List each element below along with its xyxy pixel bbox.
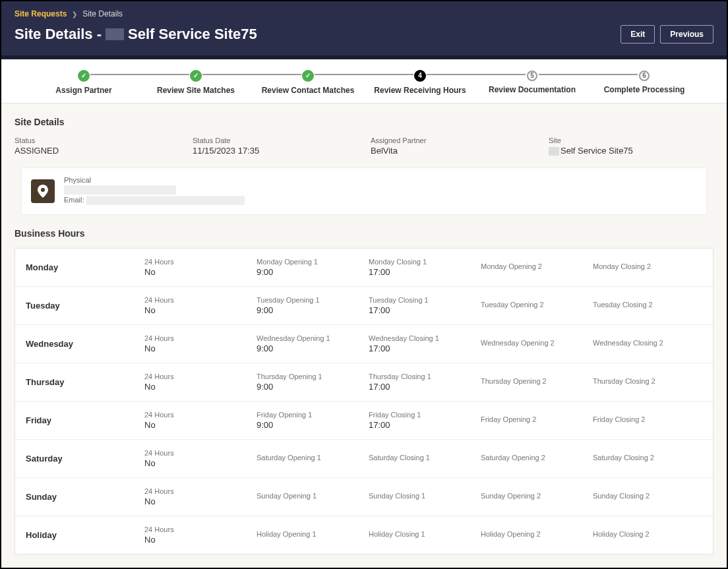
cell-closing-1: Saturday Closing 1 bbox=[369, 454, 481, 463]
hours-row: Wednesday24 HoursNoWednesday Opening 19:… bbox=[15, 325, 713, 363]
status-field: Status ASSIGNED bbox=[15, 136, 179, 156]
business-hours-table: Monday24 HoursNoMonday Opening 19:00Mond… bbox=[15, 248, 713, 554]
contact-info: Physical Email: bbox=[64, 176, 245, 206]
chevron-right-icon: ❯ bbox=[72, 11, 77, 18]
step-review-site-matches[interactable]: ✓ Review Site Matches bbox=[140, 69, 252, 95]
content-area: Site Details Status ASSIGNED Status Date… bbox=[1, 104, 727, 570]
hours-row: Saturday24 HoursNoSaturday Opening 1Satu… bbox=[15, 440, 713, 478]
map-pin-icon bbox=[31, 179, 55, 203]
progress-wizard: ✓ Assign Partner ✓ Review Site Matches ✓… bbox=[1, 59, 727, 104]
redacted-physical-value bbox=[64, 185, 176, 195]
cell-closing-2: Friday Closing 2 bbox=[593, 415, 702, 425]
breadcrumb: Site Requests ❯ Site Details bbox=[15, 9, 713, 18]
cell-closing-2: Monday Closing 2 bbox=[593, 262, 702, 272]
cell-closing-1: Tuesday Closing 117:00 bbox=[369, 296, 481, 315]
cell-closing-2: Saturday Closing 2 bbox=[593, 454, 702, 463]
day-name: Tuesday bbox=[26, 301, 144, 311]
step-assign-partner[interactable]: ✓ Assign Partner bbox=[28, 69, 140, 95]
day-name: Wednesday bbox=[26, 339, 144, 349]
cell-24hours: 24 HoursNo bbox=[144, 411, 257, 430]
cell-opening-1: Saturday Opening 1 bbox=[257, 454, 369, 463]
physical-label: Physical bbox=[64, 176, 91, 184]
step-review-documentation[interactable]: 5 Review Documentation bbox=[476, 69, 588, 94]
exit-button[interactable]: Exit bbox=[621, 25, 655, 44]
cell-opening-2: Monday Opening 2 bbox=[481, 262, 593, 272]
day-name: Friday bbox=[26, 415, 144, 425]
redacted-site-prefix bbox=[549, 147, 559, 156]
page-header: Site Requests ❯ Site Details Site Detail… bbox=[1, 1, 727, 59]
business-hours-heading: Business Hours bbox=[15, 228, 713, 239]
cell-opening-1: Tuesday Opening 19:00 bbox=[257, 296, 369, 315]
cell-closing-2: Tuesday Closing 2 bbox=[593, 301, 702, 310]
step-review-contact-matches[interactable]: ✓ Review Contact Matches bbox=[252, 69, 364, 95]
header-actions: Exit Previous bbox=[621, 25, 713, 44]
hours-row: Friday24 HoursNoFriday Opening 19:00Frid… bbox=[15, 402, 713, 440]
site-field: Site Self Service Site75 bbox=[549, 136, 713, 156]
title-suffix: Self Service Site75 bbox=[128, 26, 257, 43]
hours-row: Tuesday24 HoursNoTuesday Opening 19:00Tu… bbox=[15, 287, 713, 325]
step-review-receiving-hours[interactable]: 4 Review Receiving Hours bbox=[364, 69, 476, 95]
redacted-email-value bbox=[86, 196, 245, 205]
site-details-heading: Site Details bbox=[15, 117, 713, 127]
cell-opening-1: Holiday Opening 1 bbox=[257, 530, 369, 539]
cell-opening-2: Wednesday Opening 2 bbox=[481, 339, 593, 348]
cell-opening-2: Friday Opening 2 bbox=[481, 415, 593, 425]
cell-closing-1: Monday Closing 117:00 bbox=[369, 258, 481, 277]
day-name: Holiday bbox=[26, 530, 144, 540]
hours-row: Thursday24 HoursNoThursday Opening 19:00… bbox=[15, 363, 713, 402]
cell-24hours: 24 HoursNo bbox=[144, 296, 257, 315]
cell-24hours: 24 HoursNo bbox=[144, 449, 257, 468]
title-prefix: Site Details - bbox=[15, 26, 102, 43]
cell-opening-1: Monday Opening 19:00 bbox=[257, 258, 369, 277]
cell-24hours: 24 HoursNo bbox=[144, 373, 257, 392]
cell-closing-1: Sunday Closing 1 bbox=[369, 492, 481, 501]
day-name: Sunday bbox=[26, 492, 144, 502]
cell-closing-1: Friday Closing 117:00 bbox=[369, 411, 481, 430]
cell-opening-1: Friday Opening 19:00 bbox=[257, 411, 369, 430]
previous-button[interactable]: Previous bbox=[660, 25, 713, 44]
hours-row: Holiday24 HoursNoHoliday Opening 1Holida… bbox=[15, 516, 713, 554]
breadcrumb-root[interactable]: Site Requests bbox=[15, 9, 67, 18]
status-date-field: Status Date 11/15/2023 17:35 bbox=[193, 136, 357, 156]
redacted-title-segment bbox=[106, 28, 124, 40]
site-details-grid: Status ASSIGNED Status Date 11/15/2023 1… bbox=[15, 136, 713, 156]
check-icon: ✓ bbox=[78, 70, 90, 82]
assigned-partner-field: Assigned Partner BelVita bbox=[371, 136, 535, 156]
cell-closing-2: Thursday Closing 2 bbox=[593, 377, 702, 386]
pending-step-icon: 6 bbox=[639, 71, 650, 81]
cell-24hours: 24 HoursNo bbox=[144, 525, 257, 545]
day-name: Thursday bbox=[26, 377, 144, 387]
cell-opening-1: Sunday Opening 1 bbox=[257, 492, 369, 501]
contact-card: Physical Email: bbox=[21, 167, 707, 215]
cell-opening-1: Thursday Opening 19:00 bbox=[257, 373, 369, 392]
cell-closing-1: Wednesday Closing 117:00 bbox=[369, 334, 481, 353]
cell-opening-2: Thursday Opening 2 bbox=[481, 377, 593, 386]
day-name: Saturday bbox=[26, 454, 144, 464]
cell-closing-2: Sunday Closing 2 bbox=[593, 492, 702, 501]
cell-closing-1: Thursday Closing 117:00 bbox=[369, 373, 481, 392]
page-title: Site Details - Self Service Site75 bbox=[15, 26, 257, 43]
current-step-icon: 4 bbox=[414, 70, 426, 82]
breadcrumb-current: Site Details bbox=[82, 9, 123, 18]
check-icon: ✓ bbox=[190, 70, 202, 82]
cell-closing-2: Wednesday Closing 2 bbox=[593, 339, 702, 348]
cell-opening-2: Saturday Opening 2 bbox=[481, 454, 593, 463]
cell-opening-1: Wednesday Opening 19:00 bbox=[257, 334, 369, 353]
cell-closing-2: Holiday Closing 2 bbox=[593, 530, 702, 539]
hours-row: Sunday24 HoursNoSunday Opening 1Sunday C… bbox=[15, 478, 713, 516]
pending-step-icon: 5 bbox=[527, 71, 537, 81]
day-name: Monday bbox=[26, 262, 144, 272]
email-label: Email: bbox=[64, 196, 84, 204]
cell-opening-2: Sunday Opening 2 bbox=[481, 492, 593, 501]
cell-opening-2: Tuesday Opening 2 bbox=[481, 301, 593, 310]
check-icon: ✓ bbox=[302, 70, 314, 82]
cell-closing-1: Holiday Closing 1 bbox=[369, 530, 481, 539]
cell-opening-2: Holiday Opening 2 bbox=[481, 530, 593, 539]
cell-24hours: 24 HoursNo bbox=[144, 487, 257, 506]
cell-24hours: 24 HoursNo bbox=[144, 258, 257, 277]
cell-24hours: 24 HoursNo bbox=[144, 334, 257, 353]
hours-row: Monday24 HoursNoMonday Opening 19:00Mond… bbox=[15, 249, 713, 287]
step-complete-processing[interactable]: 6 Complete Processing bbox=[588, 69, 700, 94]
